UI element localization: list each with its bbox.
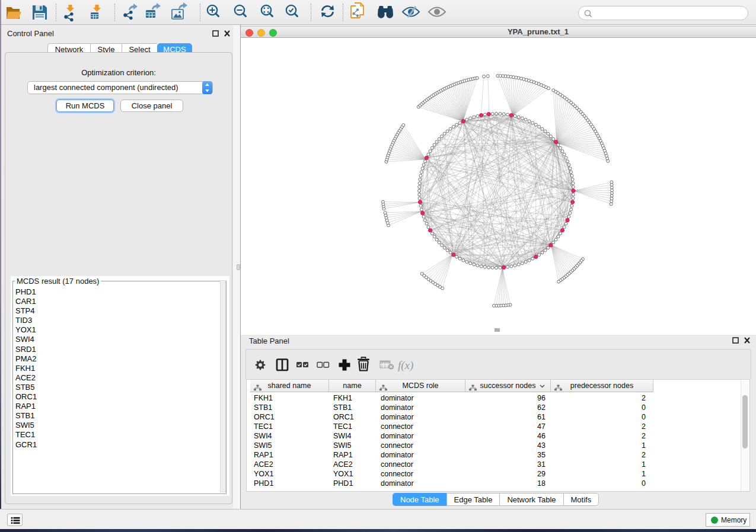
svg-text:f(x): f(x) (398, 359, 413, 372)
